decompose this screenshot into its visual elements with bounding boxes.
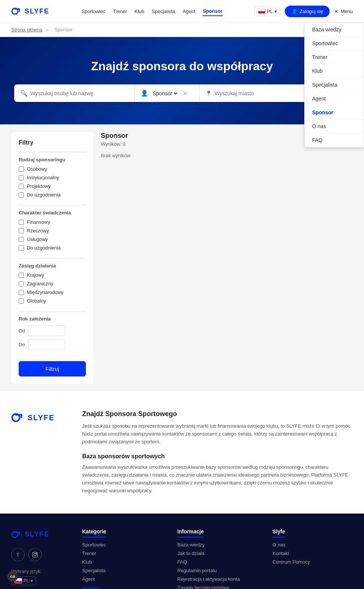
year-from-input[interactable]	[28, 325, 65, 336]
info-logo-text: SLYFE	[28, 413, 55, 422]
footer-link-specjalista[interactable]: Specjalista	[82, 568, 162, 573]
filter-do-uzgodnienia-2[interactable]: Do uzgodnienia	[19, 245, 86, 251]
footer-social: f	[11, 548, 67, 561]
nav-klub[interactable]: Klub	[134, 7, 144, 16]
checkbox-rzeczowy[interactable]	[19, 228, 24, 233]
chevron-down-icon: ▾	[190, 90, 193, 96]
info-subtitle: Baza sponsorów sportowych	[82, 453, 353, 460]
svg-point-4	[34, 553, 37, 556]
checkbox-krajowy[interactable]	[19, 273, 24, 278]
checkbox-projektowy[interactable]	[19, 184, 24, 189]
facebook-button[interactable]: f	[11, 548, 25, 561]
footer-link-rejestracja[interactable]: Rejestracja i aktywacja konta	[177, 576, 258, 582]
filter-krajowy[interactable]: Krajowy	[19, 272, 86, 278]
clear-type-button[interactable]: ✕	[183, 90, 187, 96]
breadcrumb-home[interactable]: Strona główna	[11, 27, 42, 32]
dropdown-trener[interactable]: Trener	[305, 50, 364, 64]
checkbox-do-uzgodnienia-2[interactable]	[19, 245, 24, 251]
filter-finansowy[interactable]: Finansowy	[19, 219, 86, 225]
search-type-field: 👤 Sponsor ✕ ▾	[135, 84, 199, 102]
footer-logo-text: SLYFE	[25, 530, 49, 538]
dropdown-baza-wiedzy[interactable]: Baza wiedzy	[305, 23, 364, 37]
footer-slyfe-title: Slyfe	[273, 528, 285, 537]
main-content: Filtry Rodzaj sponsoringu Osobowy Instyt…	[0, 124, 364, 391]
info-paragraph1: Jeśli szukasz sposobu na reprezentowanie…	[82, 422, 353, 446]
language-button[interactable]: PL ▾	[255, 7, 280, 16]
nav-sponsor[interactable]: Sponsor	[203, 7, 223, 16]
footer-link-o-nas[interactable]: O nas	[273, 542, 353, 548]
filter-uslugowy[interactable]: Usługowy	[19, 236, 86, 242]
footer-link-zasady[interactable]: Zasady bezpieczeństwa	[177, 585, 258, 589]
location-icon: 📍	[205, 90, 212, 96]
sponsorship-type-section: Rodzaj sponsoringu Osobowy Instytucjonal…	[19, 152, 86, 198]
search-person-input[interactable]	[31, 90, 129, 96]
character-label: Charakter świadczenia	[19, 210, 86, 216]
no-results-text: Brak wyników	[101, 153, 353, 158]
nav-trener[interactable]: Trener	[113, 7, 127, 16]
filter-miedzynarodowy[interactable]: Międzynarodowy	[19, 289, 86, 295]
nav-specjalista[interactable]: Specjalista	[152, 7, 175, 16]
menu-button[interactable]: ✕ Menu	[334, 9, 353, 14]
filter-button[interactable]: Filtruj	[19, 361, 86, 376]
year-to-input[interactable]	[28, 339, 65, 350]
breadcrumb-current: Sponsor	[55, 27, 72, 32]
login-button[interactable]: 👤 Zaloguj się	[285, 6, 330, 17]
info-content: Znajdź Sponsora Sportowego Jeśli szukasz…	[82, 410, 353, 495]
reach-section: Zasięg działania Krajowy Zagraniczny Mię…	[19, 258, 86, 304]
checkbox-zagraniczny[interactable]	[19, 281, 24, 286]
filter-globalny[interactable]: Globalny	[19, 298, 86, 304]
filter-osobowy[interactable]: Osobowy	[19, 166, 86, 172]
footer-categories-title: Kategorie	[82, 528, 106, 537]
footer-link-jak-to-dziala[interactable]: Jak to działa	[177, 551, 258, 556]
search-bar: 🔍 👤 Sponsor ✕ ▾ 📍 Obszar	[14, 84, 350, 102]
year-from-row: Od	[19, 325, 86, 336]
checkbox-osobowy[interactable]	[19, 167, 24, 172]
nav-sportowiec[interactable]: Sportowiec	[81, 7, 105, 16]
svg-point-5	[36, 553, 37, 554]
dropdown-agent[interactable]: Agent	[305, 92, 364, 106]
info-logo-icon	[11, 410, 26, 425]
search-city-input[interactable]	[215, 90, 314, 96]
footer-link-centrum-pomocy[interactable]: Centrum Pomocy	[273, 559, 353, 565]
year-range: Od Do	[19, 325, 86, 350]
checkbox-finansowy[interactable]	[19, 220, 24, 225]
dropdown-sponsor[interactable]: Sponsor	[305, 106, 364, 120]
footer-link-trener[interactable]: Trener	[82, 551, 162, 556]
breadcrumb-separator: >	[46, 27, 49, 32]
checkbox-miedzynarodowy[interactable]	[19, 290, 24, 295]
instagram-button[interactable]	[28, 548, 42, 561]
header: SLYFE Sportowiec Trener Klub Specjalista…	[0, 0, 364, 22]
filter-instytucjonalny[interactable]: Instytucjonalny	[19, 175, 86, 180]
dropdown-sportowiec[interactable]: Sportowiec	[305, 37, 364, 50]
nav-agent[interactable]: Agent	[183, 7, 195, 16]
sponsorship-type-label: Rodzaj sponsoringu	[19, 157, 86, 162]
dropdown-specjalista[interactable]: Specjalista	[305, 78, 364, 92]
instagram-icon	[32, 552, 38, 558]
footer-link-agent[interactable]: Agent	[82, 576, 162, 582]
footer-link-sportowiec[interactable]: Sportowiec	[82, 542, 162, 548]
footer-link-baza-wiedzy[interactable]: Baza wiedzy	[177, 542, 258, 548]
person-icon: 👤	[141, 90, 148, 97]
checkbox-uslugowy[interactable]	[19, 237, 24, 242]
dropdown-menu: Baza wiedzy Sportowiec Trener Klub Specj…	[304, 22, 364, 148]
logo[interactable]: SLYFE	[11, 5, 49, 17]
checkbox-instytucjonalny[interactable]	[19, 175, 24, 180]
dropdown-klub[interactable]: Klub	[305, 64, 364, 78]
footer-logo-icon	[11, 528, 23, 540]
footer-link-regulamin[interactable]: Regulamin portalu	[177, 568, 258, 573]
dropdown-faq[interactable]: FAQ	[305, 133, 364, 147]
dropdown-o-nas[interactable]: O nas	[305, 120, 364, 133]
checkbox-globalny[interactable]	[19, 298, 24, 304]
footer-link-klub[interactable]: Klub	[82, 559, 162, 565]
filter-projektowy[interactable]: Projektowy	[19, 183, 86, 189]
info-title: Znajdź Sponsora Sportowego	[82, 410, 353, 418]
checkbox-do-uzgodnienia-1[interactable]	[19, 192, 24, 198]
filter-do-uzgodnienia-1[interactable]: Do uzgodnienia	[19, 192, 86, 198]
footer-link-kontakt[interactable]: Kontakt	[273, 551, 353, 556]
footer-link-sponsor[interactable]: Sponsor	[82, 585, 162, 589]
footer-link-faq[interactable]: FAQ	[177, 559, 258, 565]
search-type-select[interactable]: Sponsor	[151, 90, 178, 97]
filter-zagraniczny[interactable]: Zagraniczny	[19, 281, 86, 286]
filter-rzeczowy[interactable]: Rzeczowy	[19, 228, 86, 233]
header-right: PL ▾ 👤 Zaloguj się ✕ Menu	[255, 6, 353, 17]
